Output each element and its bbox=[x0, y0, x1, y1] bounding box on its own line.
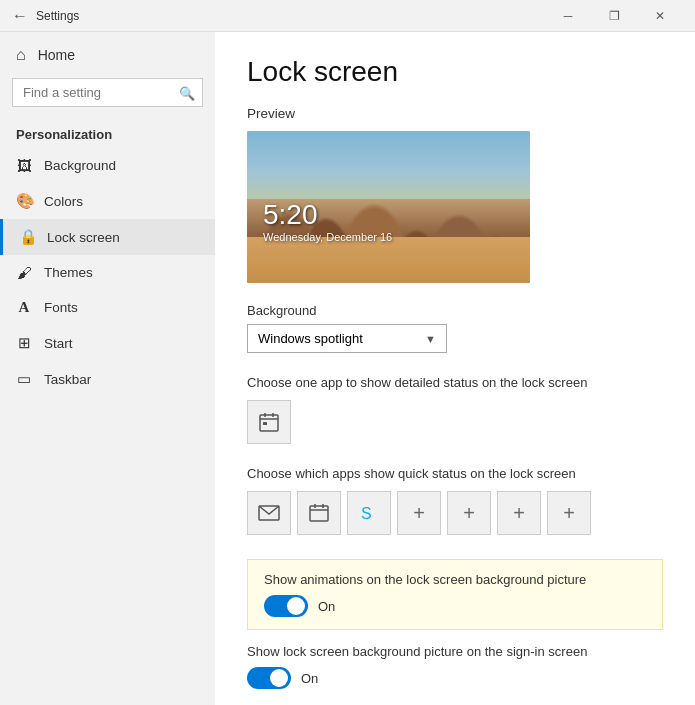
sidebar-item-taskbar[interactable]: ▭ Taskbar bbox=[0, 361, 215, 397]
search-input[interactable] bbox=[12, 78, 203, 107]
sidebar: ⌂ Home 🔍 Personalization 🖼 Background 🎨 … bbox=[0, 32, 215, 705]
minimize-button[interactable]: ─ bbox=[545, 0, 591, 32]
sidebar-item-colors[interactable]: 🎨 Colors bbox=[0, 183, 215, 219]
sidebar-item-fonts[interactable]: A Fonts bbox=[0, 290, 215, 325]
quick-status-label: Choose which apps show quick status on t… bbox=[247, 466, 663, 481]
close-button[interactable]: ✕ bbox=[637, 0, 683, 32]
sidebar-item-home[interactable]: ⌂ Home bbox=[0, 36, 215, 74]
mail-icon bbox=[258, 505, 280, 521]
sidebar-item-label: Fonts bbox=[44, 300, 78, 315]
quick-status-add-2[interactable]: + bbox=[447, 491, 491, 535]
animation-toggle-label: On bbox=[318, 599, 335, 614]
sidebar-item-label: Taskbar bbox=[44, 372, 91, 387]
search-icon: 🔍 bbox=[179, 85, 195, 100]
calendar-icon bbox=[258, 411, 280, 433]
sidebar-item-start[interactable]: ⊞ Start bbox=[0, 325, 215, 361]
detailed-status-app-icon[interactable] bbox=[247, 400, 291, 444]
sidebar-item-label: Start bbox=[44, 336, 73, 351]
back-icon[interactable]: ← bbox=[12, 7, 28, 25]
signin-toggle-label: On bbox=[301, 671, 318, 686]
signin-toggle-row: On bbox=[247, 667, 663, 689]
window-controls: ─ ❐ ✕ bbox=[545, 0, 683, 32]
lockscreen-icon: 🔒 bbox=[19, 228, 35, 246]
colors-icon: 🎨 bbox=[16, 192, 32, 210]
quick-status-row: S + + + + bbox=[247, 491, 663, 535]
animation-toggle-row: On bbox=[264, 595, 646, 617]
quick-status-skype[interactable]: S bbox=[347, 491, 391, 535]
sidebar-item-lockscreen[interactable]: 🔒 Lock screen bbox=[0, 219, 215, 255]
sidebar-item-label: Colors bbox=[44, 194, 83, 209]
preview-date: Wednesday, December 16 bbox=[263, 231, 392, 243]
plus-icon: + bbox=[413, 502, 425, 525]
sidebar-home-label: Home bbox=[38, 47, 75, 63]
title-bar-title: Settings bbox=[36, 9, 545, 23]
svg-text:S: S bbox=[361, 505, 372, 522]
plus-icon: + bbox=[563, 502, 575, 525]
plus-icon: + bbox=[463, 502, 475, 525]
svg-rect-6 bbox=[310, 506, 328, 521]
quick-status-add-1[interactable]: + bbox=[397, 491, 441, 535]
page-title: Lock screen bbox=[247, 56, 663, 88]
themes-icon: 🖌 bbox=[16, 264, 32, 281]
sidebar-item-label: Lock screen bbox=[47, 230, 120, 245]
animation-section: Show animations on the lock screen backg… bbox=[247, 559, 663, 630]
title-bar: ← Settings ─ ❐ ✕ bbox=[0, 0, 695, 32]
sidebar-item-background[interactable]: 🖼 Background bbox=[0, 148, 215, 183]
background-dropdown[interactable]: Windows spotlight ▼ bbox=[247, 324, 447, 353]
start-icon: ⊞ bbox=[16, 334, 32, 352]
quick-status-calendar[interactable] bbox=[297, 491, 341, 535]
detailed-status-label: Choose one app to show detailed status o… bbox=[247, 375, 663, 390]
sidebar-item-label: Background bbox=[44, 158, 116, 173]
quick-status-add-3[interactable]: + bbox=[497, 491, 541, 535]
taskbar-icon: ▭ bbox=[16, 370, 32, 388]
main-content: Lock screen Preview 5:20 Wednesday, Dece… bbox=[215, 32, 695, 705]
sidebar-section-label: Personalization bbox=[0, 119, 215, 148]
home-icon: ⌂ bbox=[16, 46, 26, 64]
plus-icon: + bbox=[513, 502, 525, 525]
animation-toggle[interactable] bbox=[264, 595, 308, 617]
toggle-knob bbox=[270, 669, 288, 687]
quick-status-add-4[interactable]: + bbox=[547, 491, 591, 535]
preview-label: Preview bbox=[247, 106, 663, 121]
search-box: 🔍 bbox=[12, 78, 203, 107]
animation-label: Show animations on the lock screen backg… bbox=[264, 572, 646, 587]
svg-rect-4 bbox=[263, 422, 267, 425]
background-icon: 🖼 bbox=[16, 157, 32, 174]
background-dropdown-value: Windows spotlight bbox=[258, 331, 363, 346]
sidebar-item-label: Themes bbox=[44, 265, 93, 280]
background-field-label: Background bbox=[247, 303, 663, 318]
fonts-icon: A bbox=[16, 299, 32, 316]
restore-button[interactable]: ❐ bbox=[591, 0, 637, 32]
preview-time-overlay: 5:20 Wednesday, December 16 bbox=[263, 201, 392, 243]
calendar-quick-icon bbox=[309, 503, 329, 523]
lock-screen-preview: 5:20 Wednesday, December 16 bbox=[247, 131, 530, 283]
toggle-knob bbox=[287, 597, 305, 615]
signin-toggle[interactable] bbox=[247, 667, 291, 689]
sidebar-item-themes[interactable]: 🖌 Themes bbox=[0, 255, 215, 290]
preview-ground bbox=[247, 237, 530, 283]
chevron-down-icon: ▼ bbox=[425, 333, 436, 345]
quick-status-mail[interactable] bbox=[247, 491, 291, 535]
signin-label: Show lock screen background picture on t… bbox=[247, 644, 663, 659]
skype-icon: S bbox=[358, 502, 380, 524]
svg-rect-0 bbox=[260, 415, 278, 431]
preview-clock: 5:20 bbox=[263, 201, 392, 229]
